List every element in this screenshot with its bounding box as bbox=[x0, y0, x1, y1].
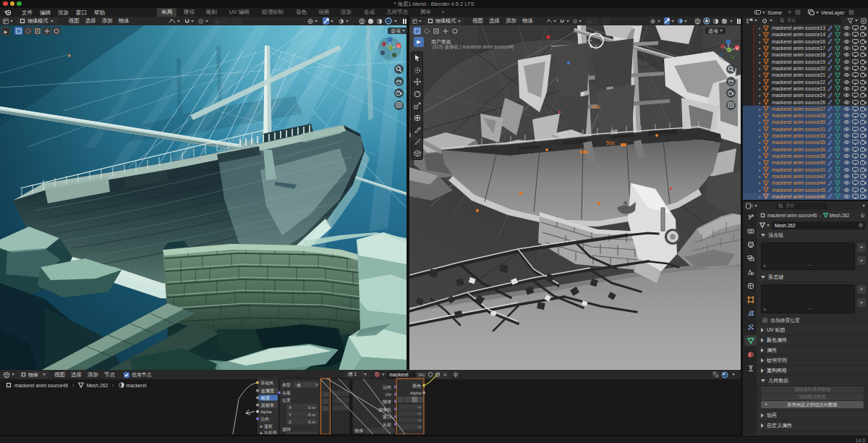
svg-text:▸ 次表面: ▸ 次表面 bbox=[260, 430, 277, 435]
svg-text:金属度: 金属度 bbox=[260, 388, 274, 394]
svg-text:矢量: 矢量 bbox=[282, 391, 291, 395]
svg-text:10d: 10d bbox=[592, 104, 600, 109]
svg-text:0 m: 0 m bbox=[308, 405, 315, 410]
svg-text:0 m: 0 m bbox=[308, 420, 315, 424]
svg-text:类型: 类型 bbox=[282, 382, 291, 388]
svg-text:Alpha: Alpha bbox=[260, 410, 272, 414]
svg-text:▸ 漫射: ▸ 漫射 bbox=[260, 423, 273, 429]
svg-text:基础色: 基础色 bbox=[260, 381, 274, 385]
svg-text:X: X bbox=[736, 46, 739, 51]
svg-text:X: X bbox=[397, 44, 400, 48]
svg-text:UV: UV bbox=[386, 392, 391, 397]
svg-text:旋转: 旋转 bbox=[282, 427, 291, 432]
svg-text:反射: 反射 bbox=[383, 423, 391, 427]
svg-text:Y: Y bbox=[289, 413, 292, 417]
svg-text:物体: 物体 bbox=[383, 399, 391, 405]
svg-text:点: 点 bbox=[297, 383, 301, 387]
svg-text:物体:: 物体: bbox=[354, 428, 365, 434]
svg-text:反射率: 反射率 bbox=[261, 402, 274, 408]
svg-text:法向: 法向 bbox=[383, 385, 391, 389]
svg-text:颜色: 颜色 bbox=[412, 383, 422, 388]
svg-text:糙度: 糙度 bbox=[261, 395, 270, 401]
svg-text:Z: Z bbox=[289, 420, 292, 424]
svg-text:50d: 50d bbox=[606, 140, 615, 145]
svg-text:X: X bbox=[289, 405, 292, 410]
svg-text:位置: 位置 bbox=[282, 398, 291, 402]
svg-text:法向: 法向 bbox=[260, 417, 269, 421]
svg-text:0 m: 0 m bbox=[308, 413, 315, 417]
svg-text:Alpha: Alpha bbox=[410, 391, 422, 395]
